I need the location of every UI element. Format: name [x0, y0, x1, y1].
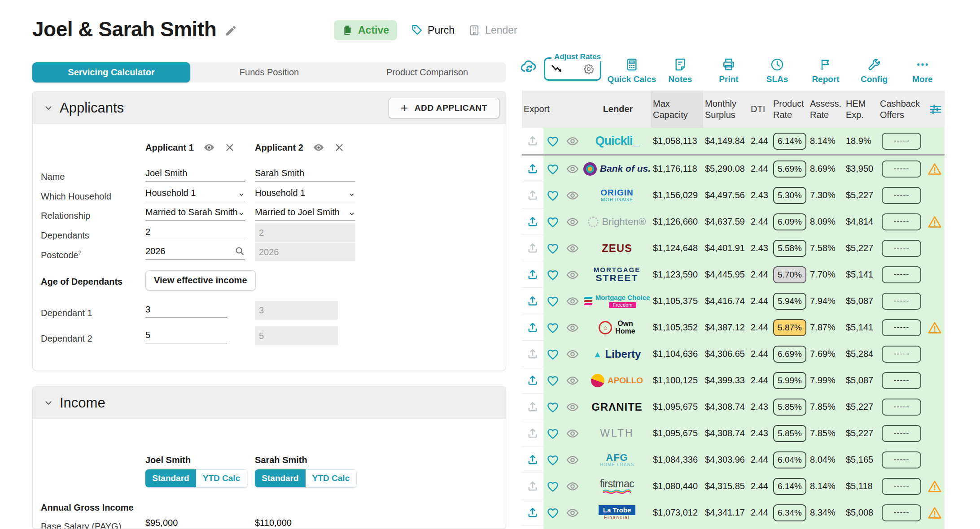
- favorite-heart-icon[interactable]: [543, 347, 562, 361]
- name-input-1[interactable]: Joel Smith: [145, 165, 245, 182]
- export-button[interactable]: [522, 182, 543, 208]
- tab-funds-position[interactable]: Funds Position: [190, 62, 348, 82]
- visibility-eye-icon[interactable]: [562, 162, 583, 176]
- visibility-eye-icon[interactable]: [562, 400, 583, 414]
- product-rate-chip[interactable]: 6.09%: [773, 213, 806, 230]
- cashback-offers-chip[interactable]: -----: [882, 133, 921, 150]
- table-row[interactable]: La TrobeFinancial$1,073,012$4,341.172.44…: [522, 499, 945, 526]
- cashback-offers-chip[interactable]: -----: [882, 293, 921, 310]
- cashback-offers-chip[interactable]: -----: [882, 240, 921, 257]
- product-rate-chip[interactable]: 5.85%: [773, 399, 806, 416]
- favorite-heart-icon[interactable]: [543, 268, 562, 282]
- cashback-offers-chip[interactable]: -----: [882, 478, 921, 495]
- cashback-offers-chip[interactable]: -----: [882, 372, 921, 389]
- favorite-heart-icon[interactable]: [543, 374, 562, 387]
- product-rate-cell[interactable]: 5.70%: [771, 266, 808, 283]
- table-row[interactable]: Bank of us.$1,176,118$5,290.082.445.69%8…: [522, 156, 945, 182]
- base-salary-input-1[interactable]: $95,000: [145, 515, 245, 529]
- table-row[interactable]: Quickli_$1,058,113$4,149.842.446.14%8.14…: [522, 128, 945, 154]
- col-header-hem-exp[interactable]: HEM Exp.: [844, 98, 878, 121]
- export-button[interactable]: [522, 288, 543, 314]
- cashback-cell[interactable]: -----: [878, 187, 925, 204]
- household-select-1[interactable]: Household 1: [145, 185, 245, 201]
- cashback-offers-chip[interactable]: -----: [882, 266, 921, 283]
- standard-toggle[interactable]: Standard: [255, 469, 306, 487]
- postcode-input-1[interactable]: 2026: [145, 243, 245, 260]
- table-row[interactable]: MORTGAGESTREET$1,123,590$4,445.952.445.7…: [522, 261, 945, 288]
- visibility-eye-icon[interactable]: [562, 321, 583, 334]
- search-icon[interactable]: [234, 246, 245, 256]
- export-button[interactable]: [522, 128, 543, 154]
- edit-pencil-icon[interactable]: [224, 24, 238, 37]
- purchase-badge[interactable]: Purch: [411, 24, 455, 36]
- visibility-eye-icon[interactable]: [562, 189, 583, 202]
- cashback-cell[interactable]: -----: [878, 266, 925, 283]
- add-applicant-button[interactable]: + ADD APPLICANT: [389, 98, 499, 118]
- export-button[interactable]: [522, 394, 543, 420]
- product-rate-cell[interactable]: 5.85%: [771, 399, 808, 416]
- product-rate-chip[interactable]: 5.70%: [773, 266, 806, 283]
- table-row[interactable]: GRΛNITE$1,095,675$4,308.742.435.85%7.85%…: [522, 394, 945, 420]
- visibility-eye-icon[interactable]: [562, 427, 583, 440]
- visibility-eye-icon[interactable]: [562, 242, 583, 255]
- tab-servicing-calculator[interactable]: Servicing Calculator: [32, 62, 190, 82]
- export-button[interactable]: [522, 235, 543, 261]
- export-button[interactable]: [522, 499, 543, 526]
- cashback-offers-chip[interactable]: -----: [882, 425, 921, 442]
- favorite-heart-icon[interactable]: [543, 427, 562, 440]
- product-rate-cell[interactable]: 5.99%: [771, 372, 808, 389]
- applicants-section-header[interactable]: Applicants + ADD APPLICANT: [33, 92, 506, 124]
- relationship-select-2[interactable]: Married to Joel Smith: [255, 204, 355, 221]
- toolbar-slas-button[interactable]: SLAs: [753, 57, 801, 84]
- toolbar-report-button[interactable]: Report: [801, 57, 850, 84]
- favorite-heart-icon[interactable]: [543, 506, 562, 520]
- product-rate-cell[interactable]: 6.14%: [771, 133, 808, 150]
- dependants-input-1[interactable]: 2: [145, 224, 245, 240]
- table-row[interactable]: AFGHOME LOANS$1,084,336$4,303.962.446.04…: [522, 447, 945, 473]
- visibility-eye-icon[interactable]: [562, 506, 583, 520]
- col-header-monthly-surplus[interactable]: Monthly Surplus: [703, 98, 749, 121]
- lender-badge[interactable]: Lender: [468, 24, 517, 36]
- rate-trend-icon[interactable]: [551, 63, 564, 75]
- product-rate-chip[interactable]: 5.30%: [773, 187, 806, 204]
- visibility-eye-icon[interactable]: [562, 480, 583, 493]
- cashback-cell[interactable]: -----: [878, 293, 925, 310]
- table-row[interactable]: firstmac$1,080,440$4,315.852.446.14%8.14…: [522, 473, 945, 499]
- ytd-calc-toggle[interactable]: YTD Calc: [196, 469, 247, 487]
- product-rate-cell[interactable]: 6.34%: [771, 504, 808, 521]
- cashback-offers-chip[interactable]: -----: [882, 504, 921, 521]
- product-rate-chip[interactable]: 6.04%: [773, 451, 806, 468]
- eye-icon[interactable]: [203, 141, 215, 154]
- sync-cloud-icon[interactable]: [520, 51, 544, 82]
- product-rate-chip[interactable]: 6.14%: [773, 133, 806, 150]
- toolbar-quick-calcs-button[interactable]: Quick Calcs: [608, 57, 656, 84]
- cashback-cell[interactable]: -----: [878, 399, 925, 416]
- export-button[interactable]: [522, 156, 543, 182]
- adjust-rates-gear-icon[interactable]: [583, 63, 595, 75]
- product-rate-cell[interactable]: 5.94%: [771, 293, 808, 310]
- cashback-offers-chip[interactable]: -----: [882, 319, 921, 336]
- dependant-2-age-input[interactable]: 5: [145, 327, 227, 343]
- cashback-cell[interactable]: -----: [878, 213, 925, 230]
- cashback-offers-chip[interactable]: -----: [882, 213, 921, 230]
- product-rate-chip[interactable]: 5.99%: [773, 372, 806, 389]
- product-rate-chip[interactable]: 6.34%: [773, 504, 806, 521]
- export-button[interactable]: [522, 261, 543, 288]
- cashback-cell[interactable]: -----: [878, 504, 925, 521]
- favorite-heart-icon[interactable]: [543, 295, 562, 308]
- table-row[interactable]: ⌂OwnHome$1,105,352$4,387.122.445.87%7.87…: [522, 314, 945, 341]
- toolbar-notes-button[interactable]: Notes: [656, 57, 704, 84]
- product-rate-chip[interactable]: 5.58%: [773, 240, 806, 257]
- cashback-cell[interactable]: -----: [878, 160, 925, 178]
- col-header-dti[interactable]: DTI: [749, 104, 771, 115]
- table-row[interactable]: ▲Liberty$1,104,636$4,306.652.446.69%7.69…: [522, 341, 945, 367]
- visibility-eye-icon[interactable]: [562, 453, 583, 467]
- table-row[interactable]: APOLLO$1,100,125$4,399.332.445.99%7.99%$…: [522, 367, 945, 394]
- column-settings-icon[interactable]: [925, 103, 945, 116]
- product-rate-cell[interactable]: 6.69%: [771, 346, 808, 363]
- chevron-down-icon[interactable]: [44, 103, 53, 113]
- cashback-cell[interactable]: -----: [878, 240, 925, 257]
- favorite-heart-icon[interactable]: [543, 162, 562, 176]
- cashback-cell[interactable]: -----: [878, 319, 925, 336]
- cashback-cell[interactable]: -----: [878, 133, 925, 150]
